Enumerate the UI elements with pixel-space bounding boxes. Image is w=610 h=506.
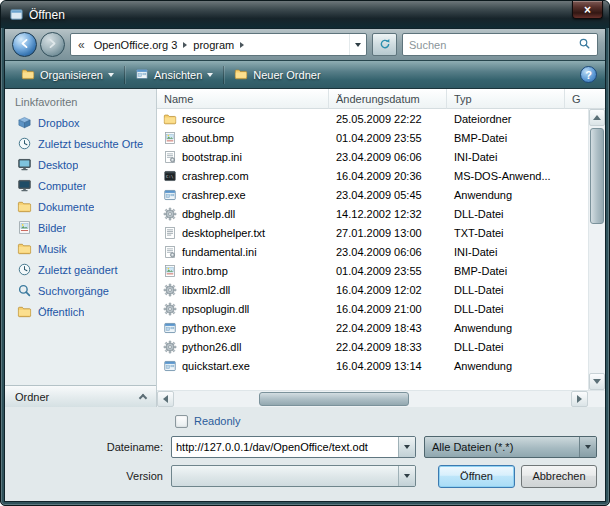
horizontal-scrollbar[interactable]	[157, 390, 605, 407]
column-header-type[interactable]: Typ	[447, 89, 565, 109]
close-icon: ×	[584, 4, 591, 16]
computer-icon	[17, 178, 32, 193]
views-label: Ansichten	[154, 69, 202, 81]
file-row[interactable]: intro.bmp01.04.2009 23:55BMP-Datei	[157, 261, 588, 280]
help-button[interactable]: ?	[580, 66, 597, 83]
folders-band[interactable]: Ordner	[5, 385, 156, 407]
new-folder-button[interactable]: Neuer Ordner	[226, 64, 328, 86]
file-row[interactable]: quickstart.exe16.04.2009 13:14Anwendung	[157, 356, 588, 375]
back-button[interactable]	[12, 32, 37, 57]
sidebar-item-bilder[interactable]: Bilder	[5, 217, 156, 238]
sidebar-item-zuletzt-geandert[interactable]: Zuletzt geändert	[5, 259, 156, 280]
breadcrumb-overflow[interactable]: «	[78, 38, 85, 52]
triangle-up-icon	[593, 115, 601, 120]
breadcrumb-separator-icon[interactable]	[240, 42, 244, 48]
horizontal-scroll-thumb[interactable]	[259, 392, 409, 406]
column-headers: Name Änderungsdatum Typ G	[157, 89, 605, 109]
file-row[interactable]: dbghelp.dll14.12.2002 12:32DLL-Datei	[157, 204, 588, 223]
filetype-combo[interactable]: Alle Dateien (*.*)	[424, 436, 597, 458]
views-button[interactable]: Ansichten	[127, 64, 221, 86]
pictures-icon	[17, 220, 32, 235]
sidebar-item-label: Bilder	[38, 222, 66, 234]
file-row[interactable]: crashrep.com16.04.2009 20:36MS-DOS-Anwen…	[157, 166, 588, 185]
sidebar-item-offentlich[interactable]: Öffentlich	[5, 301, 156, 322]
file-row[interactable]: python26.dll22.04.2009 18:33DLL-Datei	[157, 337, 588, 356]
file-name-cell: dbghelp.dll	[157, 207, 329, 221]
file-date: 16.04.2009 21:00	[329, 303, 447, 315]
file-row[interactable]: desktophelper.txt27.01.2009 13:00TXT-Dat…	[157, 223, 588, 242]
chevron-down-icon	[108, 73, 114, 77]
chevron-up-icon	[139, 394, 147, 402]
file-date: 22.04.2009 18:33	[329, 341, 447, 353]
exe-icon	[163, 321, 177, 335]
exe-icon	[163, 188, 177, 202]
file-row[interactable]: about.bmp01.04.2009 23:55BMP-Datei	[157, 128, 588, 147]
cancel-button[interactable]: Abbrechen	[521, 465, 597, 488]
sidebar: Linkfavoriten DropboxZuletzt besuchte Or…	[5, 89, 157, 407]
file-row[interactable]: fundamental.ini23.04.2009 06:06INI-Datei	[157, 242, 588, 261]
filename-dropdown-button[interactable]	[398, 437, 415, 457]
dll-icon	[163, 302, 177, 316]
refresh-button[interactable]	[372, 33, 397, 56]
breadcrumb-item-program[interactable]: program	[189, 39, 238, 51]
sidebar-item-suchvorgange[interactable]: Suchvorgänge	[5, 280, 156, 301]
sidebar-item-dokumente[interactable]: Dokumente	[5, 196, 156, 217]
horizontal-scroll-track[interactable]	[174, 391, 571, 407]
scroll-up-button[interactable]	[589, 109, 605, 126]
organize-button[interactable]: Organisieren	[13, 64, 122, 86]
help-icon: ?	[585, 69, 592, 81]
sidebar-item-musik[interactable]: Musik	[5, 238, 156, 259]
triangle-left-icon	[163, 395, 168, 403]
vertical-scrollbar[interactable]	[588, 109, 605, 390]
ini-icon	[163, 245, 177, 259]
file-name-cell: resource	[157, 112, 329, 126]
breadcrumb-item-openoffice[interactable]: OpenOffice.org 3	[90, 39, 182, 51]
vertical-scroll-track[interactable]	[589, 126, 605, 373]
main-area: Linkfavoriten DropboxZuletzt besuchte Or…	[5, 89, 605, 407]
readonly-checkbox[interactable]	[175, 415, 188, 428]
sidebar-item-computer[interactable]: Computer	[5, 175, 156, 196]
forward-button[interactable]	[40, 32, 65, 57]
filename-input[interactable]	[172, 441, 398, 453]
file-row[interactable]: python.exe22.04.2009 18:43Anwendung	[157, 318, 588, 337]
scroll-right-button[interactable]	[571, 391, 588, 407]
scroll-left-button[interactable]	[157, 391, 174, 407]
breadcrumb[interactable]: « OpenOffice.org 3 program	[70, 33, 367, 56]
file-type: MS-DOS-Anwend...	[447, 170, 565, 182]
file-row[interactable]: crashrep.exe23.04.2009 05:45Anwendung	[157, 185, 588, 204]
file-row[interactable]: resource25.05.2009 22:22Dateiordner	[157, 109, 588, 128]
folder-icon	[163, 112, 177, 126]
sidebar-item-dropbox[interactable]: Dropbox	[5, 112, 156, 133]
readonly-label[interactable]: Readonly	[194, 415, 240, 427]
sidebar-item-label: Zuletzt geändert	[38, 264, 118, 276]
column-header-date[interactable]: Änderungsdatum	[329, 89, 447, 109]
breadcrumb-dropdown[interactable]	[349, 34, 366, 55]
file-date: 01.04.2009 23:55	[329, 132, 447, 144]
file-name: python26.dll	[182, 341, 241, 353]
sidebar-item-zuletzt-besuchte-orte[interactable]: Zuletzt besuchte Orte	[5, 133, 156, 154]
sidebar-item-label: Desktop	[38, 159, 78, 171]
file-name: crashrep.com	[182, 170, 249, 182]
search-box[interactable]	[402, 33, 598, 56]
column-header-name[interactable]: Name	[157, 89, 329, 109]
column-header-size[interactable]: G	[565, 89, 605, 109]
version-dropdown-button[interactable]	[398, 466, 415, 486]
dos-icon	[163, 169, 177, 183]
search-input[interactable]	[409, 39, 578, 51]
scroll-down-button[interactable]	[589, 373, 605, 390]
version-combo[interactable]	[171, 465, 416, 487]
search-icon[interactable]	[578, 37, 591, 52]
breadcrumb-separator-icon[interactable]	[183, 42, 187, 48]
close-button[interactable]: ×	[572, 1, 603, 19]
open-button[interactable]: Öffnen	[438, 465, 515, 488]
vertical-scroll-thumb[interactable]	[590, 128, 604, 224]
filetype-dropdown-button[interactable]	[579, 437, 596, 457]
file-row[interactable]: npsoplugin.dll16.04.2009 21:00DLL-Datei	[157, 299, 588, 318]
filename-combo[interactable]	[171, 436, 416, 458]
sidebar-item-desktop[interactable]: Desktop	[5, 154, 156, 175]
file-row[interactable]: bootstrap.ini23.04.2009 06:06INI-Datei	[157, 147, 588, 166]
file-row[interactable]: libxml2.dll16.04.2009 12:02DLL-Datei	[157, 280, 588, 299]
exe-icon	[163, 359, 177, 373]
public-icon	[17, 304, 32, 319]
back-arrow-icon	[18, 37, 31, 52]
